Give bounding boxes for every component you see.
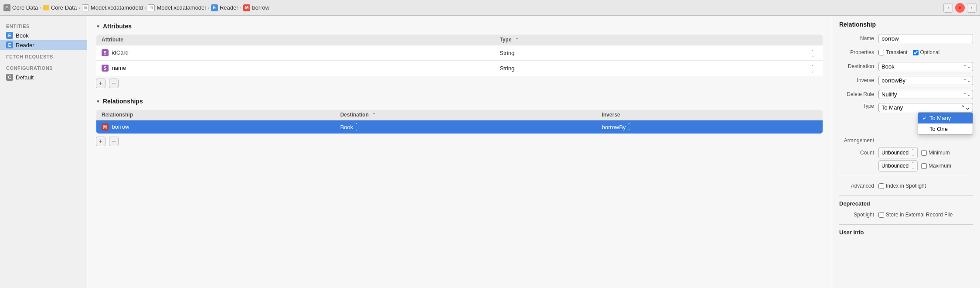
count-min-row: Count Unbounded ⌃⌄ Minimum (839, 147, 973, 158)
minimum-checkbox[interactable] (921, 150, 927, 156)
name-value (878, 34, 973, 43)
attr-stepper-1[interactable]: ⌃⌄ (811, 49, 814, 58)
breadcrumb-item-3[interactable]: ⊞ Model.xcdatamodeld (82, 4, 143, 11)
rel-inv-stepper[interactable]: ⌃⌄ (627, 123, 631, 131)
attr-type-sort-icon[interactable]: ⌃ (515, 37, 519, 42)
minimum-label: Minimum (929, 150, 950, 156)
breadcrumb-item-2[interactable]: Core Data (43, 4, 77, 11)
table-row[interactable]: S idCard String ⌃⌄ (96, 45, 823, 61)
delete-rule-select[interactable]: Nullify (878, 90, 973, 99)
attr-type-cell-1: String (494, 45, 805, 61)
index-spotlight-label: Index in Spotlight (886, 183, 926, 189)
sep-1: › (40, 5, 41, 10)
attributes-toggle[interactable]: ▼ (96, 24, 100, 29)
sidebar-item-default[interactable]: C Default (0, 72, 87, 82)
delete-rule-row: Delete Rule Nullify ⌃⌄ (839, 89, 973, 99)
breadcrumb-label-6: borrow (252, 4, 269, 11)
delete-rule-label: Delete Rule (839, 91, 878, 97)
entity-m-icon-1: M (243, 4, 250, 11)
breadcrumb-item-1[interactable]: ⊟ Core Data (3, 4, 38, 11)
breadcrumb-item-4[interactable]: ⊞ Model.xcdatamodel (148, 4, 206, 11)
name-input[interactable] (878, 34, 973, 43)
rel-col-relationship: Relationship (96, 110, 335, 120)
count-min-value: Unbounded (881, 150, 909, 156)
configurations-section-title: CONFIGURATIONS (0, 61, 87, 72)
nav-back-button[interactable]: ‹ (943, 3, 953, 13)
table-row[interactable]: M borrow Book ⌃⌄ borrowBy (96, 120, 823, 134)
name-row: Name (839, 33, 973, 44)
type-dropdown-wrapper: To Many ⌃⌄ ✓ To Many ✓ To One (878, 103, 973, 112)
attr-col-attribute: Attribute (96, 34, 495, 45)
destination-select[interactable]: Book (878, 62, 973, 71)
nav-forward-button[interactable]: › (967, 3, 977, 13)
core-data-icon: ⊟ (3, 4, 10, 11)
m-badge-1: M (102, 123, 109, 130)
count-max-input[interactable]: Unbounded ⌃⌄ (878, 160, 918, 171)
attributes-section-header: ▼ Attributes (96, 23, 823, 30)
breadcrumb-label-5: Reader (220, 4, 238, 11)
arrangement-row: Arrangement (839, 137, 973, 144)
attr-type-cell-2: String (494, 61, 805, 76)
inverse-label: Inverse (839, 77, 878, 83)
type-option-to-many[interactable]: ✓ To Many (918, 113, 973, 123)
inverse-select[interactable]: borrowBy (878, 76, 973, 85)
count-max-stepper[interactable]: ⌃⌄ (911, 161, 915, 170)
top-bar: ⊟ Core Data › Core Data › ⊞ Model.xcdata… (0, 0, 980, 16)
xcdatamodel-icon-2: ⊞ (148, 4, 155, 11)
maximum-checkbox[interactable] (921, 163, 927, 169)
attr-ctrl-cell-2: ⌃⌄ (806, 61, 823, 76)
remove-relationship-button[interactable]: − (109, 137, 119, 146)
type-option-to-one[interactable]: ✓ To One (918, 123, 973, 134)
attr-ctrl-cell-1: ⌃⌄ (806, 45, 823, 61)
transient-checkbox[interactable] (878, 50, 884, 55)
sep-user-info (839, 224, 973, 225)
type-dropdown-trigger[interactable]: To Many ⌃⌄ (878, 103, 973, 112)
add-relationship-button[interactable]: + (96, 137, 105, 146)
type-selected-value: To Many (881, 104, 903, 111)
close-button[interactable] (955, 3, 965, 13)
relationships-toggle[interactable]: ▼ (96, 99, 100, 104)
remove-attribute-button[interactable]: − (109, 79, 119, 88)
right-panel-title: Relationship (839, 21, 973, 28)
rel-dest-stepper[interactable]: ⌃⌄ (355, 123, 358, 131)
type-option-to-many-label: To Many (929, 115, 951, 121)
table-row[interactable]: S name String ⌃⌄ (96, 61, 823, 76)
optional-checkbox-label[interactable]: Optional (913, 49, 940, 55)
breadcrumb-item-5[interactable]: E Reader (211, 4, 238, 11)
type-option-to-one-label: To One (929, 126, 948, 132)
sidebar-item-book[interactable]: E Book (0, 31, 87, 40)
index-spotlight-checkbox[interactable] (878, 183, 884, 189)
type-label: Type (839, 103, 878, 109)
breadcrumb-item-6[interactable]: M borrow (243, 4, 269, 11)
arrangement-label: Arrangement (839, 137, 878, 144)
properties-checkboxes: Transient Optional (878, 49, 973, 55)
sep-4: › (208, 5, 209, 10)
attr-name-cell: S idCard (96, 45, 495, 61)
add-attribute-button[interactable]: + (96, 79, 105, 88)
rel-col-inverse: Inverse (596, 110, 823, 120)
minimum-checkbox-label[interactable]: Minimum (921, 150, 950, 156)
destination-label: Destination (839, 63, 878, 69)
spotlight-deprecated-label: Spotlight (839, 212, 878, 218)
arrangement-spacer: Arrangement (839, 137, 973, 144)
transient-checkbox-label[interactable]: Transient (878, 49, 908, 55)
attr-stepper-2[interactable]: ⌃⌄ (811, 65, 814, 73)
advanced-label: Advanced (839, 183, 878, 189)
sidebar-default-label: Default (16, 74, 34, 81)
s-badge-2: S (102, 65, 109, 72)
optional-checkbox[interactable] (913, 50, 919, 55)
count-min-input[interactable]: Unbounded ⌃⌄ (878, 147, 918, 158)
count-min-stepper[interactable]: ⌃⌄ (911, 148, 915, 157)
rel-dest-sort-icon[interactable]: ⌃ (372, 112, 376, 117)
fetch-requests-section-title: FETCH REQUESTS (0, 50, 87, 61)
advanced-row: Advanced Index in Spotlight (839, 181, 973, 191)
maximum-checkbox-label[interactable]: Maximum (921, 163, 951, 169)
sep-3: › (145, 5, 146, 10)
sidebar-item-reader[interactable]: E Reader (0, 40, 87, 50)
maximum-label: Maximum (929, 163, 951, 169)
delete-rule-dropdown-container: Nullify ⌃⌄ (878, 90, 973, 99)
attributes-section: ▼ Attributes Attribute Type ⌃ (96, 23, 823, 91)
store-external-checkbox[interactable] (878, 212, 884, 218)
spotlight-checkbox-label[interactable]: Index in Spotlight (878, 183, 926, 189)
store-external-label[interactable]: Store in External Record File (878, 212, 953, 218)
